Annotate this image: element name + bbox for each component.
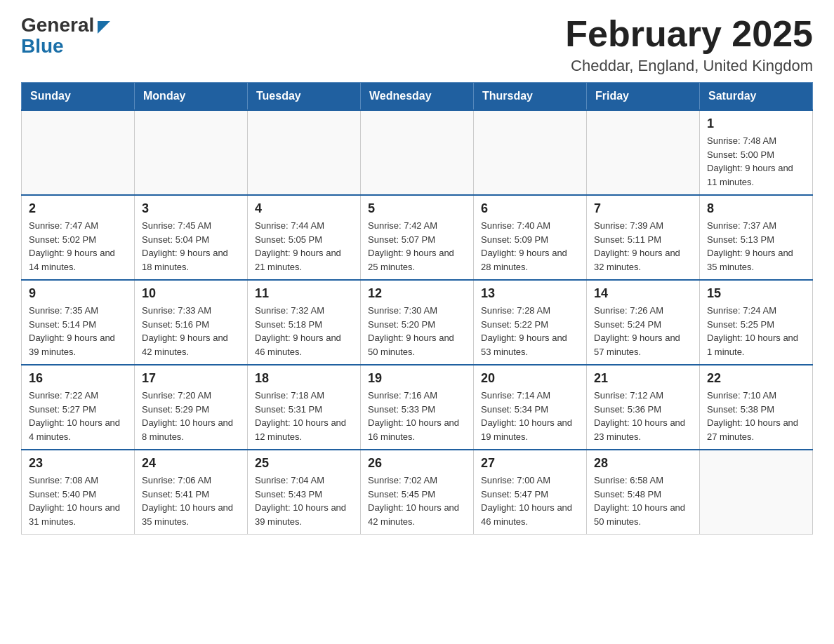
calendar-day-cell: 25Sunrise: 7:04 AM Sunset: 5:43 PM Dayli…	[248, 450, 361, 535]
location-text: Cheddar, England, United Kingdom	[565, 57, 813, 75]
day-info: Sunrise: 7:35 AM Sunset: 5:14 PM Dayligh…	[29, 304, 127, 358]
calendar-day-cell: 24Sunrise: 7:06 AM Sunset: 5:41 PM Dayli…	[135, 450, 248, 535]
day-info: Sunrise: 7:22 AM Sunset: 5:27 PM Dayligh…	[29, 389, 127, 443]
calendar-day-cell	[361, 110, 474, 195]
calendar-week-row: 23Sunrise: 7:08 AM Sunset: 5:40 PM Dayli…	[22, 450, 813, 535]
calendar-day-cell: 10Sunrise: 7:33 AM Sunset: 5:16 PM Dayli…	[135, 280, 248, 365]
day-info: Sunrise: 7:16 AM Sunset: 5:33 PM Dayligh…	[368, 389, 466, 443]
day-info: Sunrise: 7:32 AM Sunset: 5:18 PM Dayligh…	[255, 304, 353, 358]
day-info: Sunrise: 7:26 AM Sunset: 5:24 PM Dayligh…	[594, 304, 692, 358]
calendar-week-row: 1Sunrise: 7:48 AM Sunset: 5:00 PM Daylig…	[22, 110, 813, 195]
day-info: Sunrise: 7:08 AM Sunset: 5:40 PM Dayligh…	[29, 474, 127, 528]
calendar-day-cell: 15Sunrise: 7:24 AM Sunset: 5:25 PM Dayli…	[700, 280, 813, 365]
calendar-day-header: Wednesday	[361, 83, 474, 111]
day-number: 16	[29, 371, 127, 386]
title-section: February 2025 Cheddar, England, United K…	[565, 14, 813, 75]
day-info: Sunrise: 7:42 AM Sunset: 5:07 PM Dayligh…	[368, 219, 466, 274]
calendar-day-cell: 9Sunrise: 7:35 AM Sunset: 5:14 PM Daylig…	[22, 280, 135, 365]
calendar-day-cell	[135, 110, 248, 195]
day-info: Sunrise: 7:47 AM Sunset: 5:02 PM Dayligh…	[29, 219, 127, 274]
day-number: 13	[481, 286, 579, 301]
day-info: Sunrise: 7:02 AM Sunset: 5:45 PM Dayligh…	[368, 474, 466, 528]
calendar-day-header: Tuesday	[248, 83, 361, 111]
calendar-day-cell: 3Sunrise: 7:45 AM Sunset: 5:04 PM Daylig…	[135, 195, 248, 280]
day-info: Sunrise: 7:39 AM Sunset: 5:11 PM Dayligh…	[594, 219, 692, 274]
day-info: Sunrise: 6:58 AM Sunset: 5:48 PM Dayligh…	[594, 474, 692, 528]
day-info: Sunrise: 7:14 AM Sunset: 5:34 PM Dayligh…	[481, 389, 579, 443]
day-number: 10	[142, 286, 240, 301]
day-number: 2	[29, 201, 127, 216]
day-number: 15	[707, 286, 805, 301]
calendar-day-cell: 11Sunrise: 7:32 AM Sunset: 5:18 PM Dayli…	[248, 280, 361, 365]
calendar-day-cell	[700, 450, 813, 535]
day-number: 14	[594, 286, 692, 301]
calendar-day-cell	[248, 110, 361, 195]
day-number: 22	[707, 371, 805, 386]
calendar-day-cell: 8Sunrise: 7:37 AM Sunset: 5:13 PM Daylig…	[700, 195, 813, 280]
calendar-day-header: Thursday	[474, 83, 587, 111]
calendar-day-cell: 7Sunrise: 7:39 AM Sunset: 5:11 PM Daylig…	[587, 195, 700, 280]
calendar-week-row: 2Sunrise: 7:47 AM Sunset: 5:02 PM Daylig…	[22, 195, 813, 280]
calendar-header-row: SundayMondayTuesdayWednesdayThursdayFrid…	[22, 83, 813, 111]
calendar-day-cell: 28Sunrise: 6:58 AM Sunset: 5:48 PM Dayli…	[587, 450, 700, 535]
day-info: Sunrise: 7:12 AM Sunset: 5:36 PM Dayligh…	[594, 389, 692, 443]
day-number: 9	[29, 286, 127, 301]
day-number: 3	[142, 201, 240, 216]
svg-marker-0	[98, 21, 110, 34]
day-info: Sunrise: 7:33 AM Sunset: 5:16 PM Dayligh…	[142, 304, 240, 358]
day-info: Sunrise: 7:00 AM Sunset: 5:47 PM Dayligh…	[481, 474, 579, 528]
day-number: 26	[368, 456, 466, 471]
day-number: 1	[707, 116, 805, 131]
day-number: 12	[368, 286, 466, 301]
calendar-day-cell: 19Sunrise: 7:16 AM Sunset: 5:33 PM Dayli…	[361, 365, 474, 450]
calendar-day-cell: 16Sunrise: 7:22 AM Sunset: 5:27 PM Dayli…	[22, 365, 135, 450]
day-number: 8	[707, 201, 805, 216]
calendar-day-cell: 4Sunrise: 7:44 AM Sunset: 5:05 PM Daylig…	[248, 195, 361, 280]
calendar-day-cell: 14Sunrise: 7:26 AM Sunset: 5:24 PM Dayli…	[587, 280, 700, 365]
day-number: 28	[594, 456, 692, 471]
day-number: 4	[255, 201, 353, 216]
calendar-day-cell: 13Sunrise: 7:28 AM Sunset: 5:22 PM Dayli…	[474, 280, 587, 365]
day-number: 18	[255, 371, 353, 386]
calendar-week-row: 9Sunrise: 7:35 AM Sunset: 5:14 PM Daylig…	[22, 280, 813, 365]
day-number: 25	[255, 456, 353, 471]
day-info: Sunrise: 7:20 AM Sunset: 5:29 PM Dayligh…	[142, 389, 240, 443]
calendar-week-row: 16Sunrise: 7:22 AM Sunset: 5:27 PM Dayli…	[22, 365, 813, 450]
day-number: 20	[481, 371, 579, 386]
month-title: February 2025	[565, 14, 813, 54]
day-number: 23	[29, 456, 127, 471]
calendar-day-cell	[22, 110, 135, 195]
calendar-day-header: Friday	[587, 83, 700, 111]
logo-arrow-icon	[98, 21, 110, 34]
logo-general-text: General	[21, 14, 94, 36]
calendar-day-cell: 23Sunrise: 7:08 AM Sunset: 5:40 PM Dayli…	[22, 450, 135, 535]
calendar-day-cell	[587, 110, 700, 195]
day-number: 27	[481, 456, 579, 471]
calendar-day-cell: 6Sunrise: 7:40 AM Sunset: 5:09 PM Daylig…	[474, 195, 587, 280]
calendar-day-cell: 21Sunrise: 7:12 AM Sunset: 5:36 PM Dayli…	[587, 365, 700, 450]
day-info: Sunrise: 7:04 AM Sunset: 5:43 PM Dayligh…	[255, 474, 353, 528]
calendar-day-cell: 5Sunrise: 7:42 AM Sunset: 5:07 PM Daylig…	[361, 195, 474, 280]
day-info: Sunrise: 7:44 AM Sunset: 5:05 PM Dayligh…	[255, 219, 353, 274]
day-number: 6	[481, 201, 579, 216]
calendar-day-cell: 18Sunrise: 7:18 AM Sunset: 5:31 PM Dayli…	[248, 365, 361, 450]
logo: General Blue	[21, 14, 110, 58]
day-number: 11	[255, 286, 353, 301]
calendar-day-header: Sunday	[22, 83, 135, 111]
day-info: Sunrise: 7:28 AM Sunset: 5:22 PM Dayligh…	[481, 304, 579, 358]
day-number: 7	[594, 201, 692, 216]
day-number: 21	[594, 371, 692, 386]
calendar-day-cell: 12Sunrise: 7:30 AM Sunset: 5:20 PM Dayli…	[361, 280, 474, 365]
day-info: Sunrise: 7:18 AM Sunset: 5:31 PM Dayligh…	[255, 389, 353, 443]
day-info: Sunrise: 7:37 AM Sunset: 5:13 PM Dayligh…	[707, 219, 805, 274]
day-number: 19	[368, 371, 466, 386]
day-info: Sunrise: 7:24 AM Sunset: 5:25 PM Dayligh…	[707, 304, 805, 358]
calendar-day-cell: 27Sunrise: 7:00 AM Sunset: 5:47 PM Dayli…	[474, 450, 587, 535]
calendar-day-cell: 17Sunrise: 7:20 AM Sunset: 5:29 PM Dayli…	[135, 365, 248, 450]
logo-blue-text: Blue	[21, 35, 64, 58]
calendar-day-cell: 1Sunrise: 7:48 AM Sunset: 5:00 PM Daylig…	[700, 110, 813, 195]
day-info: Sunrise: 7:40 AM Sunset: 5:09 PM Dayligh…	[481, 219, 579, 274]
calendar-day-cell: 20Sunrise: 7:14 AM Sunset: 5:34 PM Dayli…	[474, 365, 587, 450]
day-info: Sunrise: 7:06 AM Sunset: 5:41 PM Dayligh…	[142, 474, 240, 528]
day-info: Sunrise: 7:45 AM Sunset: 5:04 PM Dayligh…	[142, 219, 240, 274]
